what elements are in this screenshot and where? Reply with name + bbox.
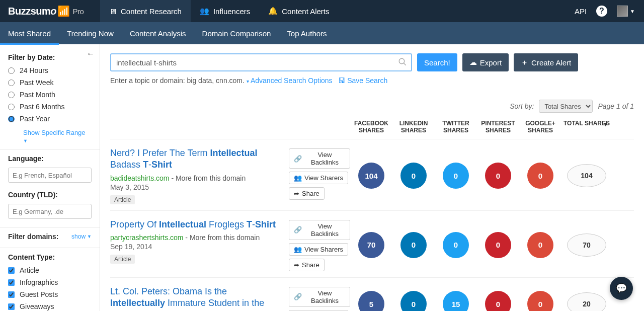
filter-domains-show[interactable]: show ▼ (71, 233, 92, 240)
language-input[interactable] (8, 168, 92, 183)
language-header: Language: (0, 149, 100, 165)
result-domain[interactable]: partycrashertshirts.com (110, 234, 183, 242)
export-button[interactable]: ☁ Export (462, 53, 509, 71)
view-backlinks-button[interactable]: 🔗View Backlinks (289, 148, 350, 169)
users-icon: 👥 (294, 174, 302, 182)
caret-down-icon: ▼ (23, 138, 28, 143)
country-header: Country (TLD): (0, 186, 100, 201)
total-shares: 20 (567, 292, 606, 311)
content-type-badge: Article (110, 195, 135, 204)
type-infographics[interactable]: Infographics (8, 276, 92, 288)
bell-icon: 🔔 (268, 7, 278, 16)
col-total-shares[interactable]: TOTAL SHARES ▼ (561, 120, 612, 134)
country-input[interactable] (8, 204, 92, 219)
download-icon: ☁ (469, 58, 477, 67)
total-shares: 104 (567, 164, 606, 187)
facebook-shares: 104 (358, 163, 384, 189)
share-button[interactable]: ➦Share (289, 259, 325, 271)
search-icon (398, 57, 407, 66)
tab-top-authors[interactable]: Top Authors (279, 22, 335, 44)
tab-domain-comparison[interactable]: Domain Comparison (194, 22, 279, 44)
tab-most-shared[interactable]: Most Shared (0, 22, 59, 44)
svg-text:?: ? (599, 7, 604, 15)
caret-down-icon: ▼ (87, 234, 92, 239)
result-row: Nerd? I Prefer The Term Intellectual Bad… (110, 139, 634, 210)
type-guest-posts[interactable]: Guest Posts (8, 288, 92, 300)
page-indicator: Page 1 of 1 (598, 102, 634, 110)
chat-icon: 💬 (616, 283, 627, 294)
search-input[interactable] (110, 53, 412, 71)
avatar-icon (617, 6, 628, 17)
tab-content-analysis[interactable]: Content Analysis (122, 22, 194, 44)
result-date: May 3, 2015 (110, 183, 281, 191)
chat-fab[interactable]: 💬 (610, 277, 633, 300)
sort-by-label: Sort by: (510, 102, 534, 110)
brand-tail: o (50, 6, 56, 17)
col-pinterest: PINTEREST SHARES (477, 120, 519, 134)
pinterest-shares: 0 (485, 291, 511, 311)
twitter-shares: 15 (443, 291, 469, 311)
nav-content-alerts-label: Content Alerts (282, 7, 329, 16)
link-icon: 🔗 (294, 155, 302, 163)
link-icon: 🔗 (294, 226, 302, 234)
create-alert-button[interactable]: ＋ Create Alert (514, 53, 578, 71)
result-title[interactable]: Nerd? I Prefer The Term Intellectual Bad… (110, 147, 281, 171)
col-googleplus: GOOGLE+ SHARES (519, 120, 561, 134)
result-domain-line: partycrashertshirts.com - More from this… (110, 234, 281, 242)
date-past-week[interactable]: Past Week (8, 76, 92, 89)
date-past-6-months[interactable]: Past 6 Months (8, 101, 92, 113)
col-facebook: FACEBOOK SHARES (350, 120, 392, 134)
view-backlinks-button[interactable]: 🔗View Backlinks (289, 220, 350, 240)
content-type-header: Content Type: (0, 248, 100, 263)
filter-domains-header: Filter domains: (8, 232, 58, 241)
col-twitter: TWITTER SHARES (435, 120, 477, 134)
date-24h[interactable]: 24 Hours (8, 64, 92, 76)
date-past-month[interactable]: Past Month (8, 89, 92, 101)
svg-point-2 (399, 58, 405, 64)
googleplus-shares: 0 (527, 232, 553, 258)
type-article[interactable]: Article (8, 264, 92, 276)
pinterest-shares: 0 (485, 163, 511, 189)
total-shares: 70 (567, 234, 606, 257)
result-row: Lt. Col. Peters: Obama Is the Intellectu… (110, 277, 634, 311)
nav-api[interactable]: API (575, 7, 587, 16)
type-giveaways[interactable]: Giveaways (8, 300, 92, 311)
googleplus-shares: 0 (527, 163, 553, 189)
result-domain[interactable]: badideatshirts.com (110, 174, 170, 182)
content-type-badge: Article (110, 255, 135, 264)
facebook-shares: 5 (358, 291, 384, 311)
sort-caret-icon: ▼ (603, 121, 609, 128)
show-specific-range[interactable]: Show Specific Range ▼ (0, 127, 100, 144)
caret-down-icon: ▾ (247, 79, 249, 84)
tab-trending-now[interactable]: Trending Now (59, 22, 122, 44)
advanced-search-link[interactable]: ▾ Advanced Search Options (247, 76, 333, 85)
user-menu[interactable]: ▼ (617, 6, 635, 17)
result-title[interactable]: Lt. Col. Peters: Obama Is the Intellectu… (110, 286, 281, 311)
share-button[interactable]: ➦Share (289, 187, 325, 200)
twitter-shares: 0 (443, 163, 469, 189)
users-icon: 👥 (200, 7, 209, 16)
nav-content-research[interactable]: 🖥 Content Research (100, 0, 191, 22)
collapse-sidebar-icon[interactable]: ← (87, 49, 95, 58)
linkedin-shares: 0 (400, 232, 427, 258)
date-past-year[interactable]: Past Year (8, 113, 92, 125)
result-domain-line: badideatshirts.com - More from this doma… (110, 174, 281, 182)
nav-content-alerts[interactable]: 🔔 Content Alerts (259, 0, 338, 22)
search-button[interactable]: Search! (417, 53, 457, 71)
save-search-link[interactable]: 🖫 Save Search (338, 76, 387, 85)
view-sharers-button[interactable]: 👥View Sharers (289, 243, 348, 256)
sort-by-select[interactable]: Total Shares (539, 100, 593, 113)
brand-name: Buzzsum (8, 6, 50, 17)
filter-date-header: Filter by Date: (0, 48, 100, 63)
plus-icon: ＋ (521, 58, 528, 67)
save-icon: 🖫 (338, 76, 345, 85)
linkedin-shares: 0 (400, 163, 427, 189)
view-backlinks-button[interactable]: 🔗View Backlinks (289, 287, 350, 307)
view-sharers-button[interactable]: 👥View Sharers (289, 172, 348, 184)
nav-influencers[interactable]: 👥 Influencers (191, 0, 259, 22)
monitor-icon: 🖥 (109, 7, 117, 16)
logo[interactable]: Buzzsumo📶 Pro (0, 0, 100, 22)
help-icon[interactable]: ? (596, 5, 608, 17)
result-title[interactable]: Property Of Intellectual Froglegs T-Shir… (110, 219, 281, 230)
result-date: Sep 19, 2014 (110, 243, 281, 251)
